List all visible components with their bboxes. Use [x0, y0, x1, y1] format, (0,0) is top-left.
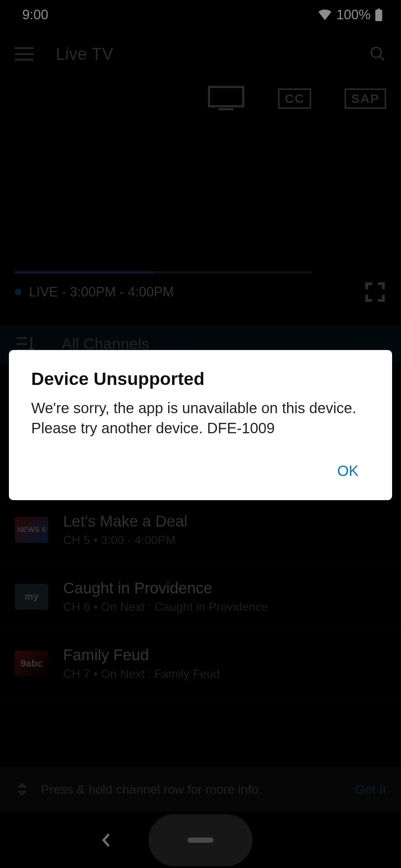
ok-button[interactable]: OK	[326, 457, 370, 485]
dialog-title: Device Unsupported	[31, 369, 370, 389]
dialog-body: We're sorry, the app is unavailable on t…	[31, 398, 370, 438]
error-dialog: Device Unsupported We're sorry, the app …	[9, 350, 392, 500]
